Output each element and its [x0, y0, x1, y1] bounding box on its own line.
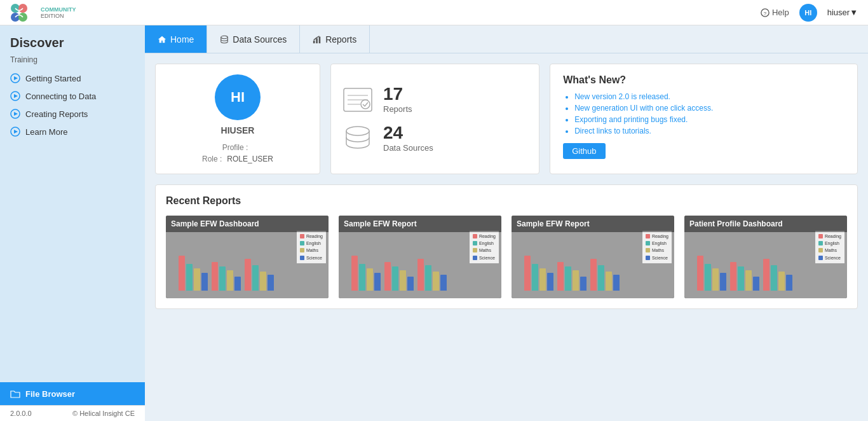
reports-icon	[313, 35, 322, 44]
user-card: HI HIUSER Profile : Role : ROLE_USER	[155, 64, 320, 174]
datasources-stat-row: 24 Data Sources	[341, 124, 529, 153]
chart-legend-3: Reading English Maths Science	[642, 231, 672, 263]
sidebar-title: Discover	[0, 36, 145, 53]
content-area: Home Data Sources Reports	[145, 25, 868, 421]
svg-marker-13	[14, 130, 18, 134]
report-thumb-label-3: Sample EFW Report	[512, 216, 674, 232]
report-thumb-efw-report-2[interactable]: Sample EFW Report	[512, 216, 674, 298]
datasources-label: Data Sources	[383, 143, 433, 153]
app-logo	[10, 3, 36, 22]
chart-legend-4: Reading English Maths Science	[815, 231, 844, 263]
sidebar-item-getting-started[interactable]: Getting Started	[0, 69, 145, 87]
role-value: ROLE_USER	[227, 155, 273, 163]
report-thumb-label-1: Sample EFW Dashboard	[166, 216, 329, 232]
sidebar: Discover Training Getting Started Connec…	[0, 25, 145, 421]
profile-row: Profile :	[166, 143, 309, 152]
sidebar-item-connecting-to-data[interactable]: Connecting to Data	[0, 87, 145, 105]
chart-legend-1: Reading English Maths Science	[297, 231, 326, 263]
tab-reports-label: Reports	[325, 34, 356, 45]
play-icon	[10, 73, 20, 83]
file-browser-link[interactable]: File Browser	[0, 382, 145, 405]
chart-legend-2: Reading English Maths Science	[470, 231, 499, 263]
help-icon: ?	[761, 8, 770, 17]
sidebar-item-learn-more[interactable]: Learn More	[0, 123, 145, 141]
reports-label: Reports	[383, 104, 412, 114]
folder-icon	[10, 389, 20, 399]
svg-marker-7	[14, 76, 18, 80]
tab-home[interactable]: Home	[145, 25, 207, 53]
copyright-label: © Helical Insight CE	[72, 410, 135, 417]
whats-new-item-1: New version 2.0 is released.	[574, 92, 844, 101]
datasources-count: 24	[383, 124, 433, 142]
svg-rect-17	[319, 36, 321, 43]
whats-new-title: What's New?	[563, 74, 844, 86]
whats-new-item-4: Direct links to tutorials.	[574, 127, 844, 135]
top-header: COMMUNITY EDITION ? Help HI hiuser▼	[0, 0, 868, 25]
help-label: Help	[772, 8, 789, 17]
user-menu[interactable]: hiuser▼	[827, 8, 858, 17]
stats-card: 17 Reports 24 Data Sources	[330, 64, 539, 174]
logo-area: COMMUNITY EDITION	[10, 3, 76, 22]
reports-stat-row: 17 Reports	[341, 85, 529, 114]
svg-text:?: ?	[764, 10, 767, 16]
svg-rect-16	[316, 38, 318, 43]
home-icon	[158, 35, 166, 44]
whats-new-item-2: New generation UI with one click access.	[574, 104, 844, 113]
datasources-stat-icon	[341, 125, 374, 153]
data-sources-icon	[220, 35, 229, 44]
sidebar-item-label-getting-started: Getting Started	[25, 74, 81, 83]
report-thumb-efw-dashboard[interactable]: Sample EFW Dashboard	[166, 216, 329, 298]
report-thumb-efw-report-1[interactable]: Sample EFW Report	[339, 216, 501, 298]
bottom-bar: 2.0.0.0 © Helical Insight CE	[0, 405, 145, 421]
recent-reports-card: Recent Reports Sample EFW Dashboard	[155, 184, 858, 309]
svg-rect-15	[313, 40, 315, 43]
sidebar-item-label-creating-reports: Creating Reports	[25, 109, 88, 119]
top-cards: HI HIUSER Profile : Role : ROLE_USER	[155, 64, 858, 174]
svg-marker-11	[14, 112, 18, 116]
help-link[interactable]: ? Help	[761, 8, 789, 17]
svg-point-2	[11, 13, 20, 22]
nav-tabs: Home Data Sources Reports	[145, 25, 868, 53]
header-right: ? Help HI hiuser▼	[761, 4, 858, 22]
play-icon-3	[10, 109, 20, 119]
sidebar-item-creating-reports[interactable]: Creating Reports	[0, 105, 145, 123]
reports-stat-info: 17 Reports	[383, 85, 412, 114]
profile-label: Profile :	[222, 143, 248, 152]
user-avatar-large: HI	[215, 74, 261, 120]
main-content: HI HIUSER Profile : Role : ROLE_USER	[145, 53, 868, 421]
play-icon-4	[10, 127, 20, 137]
recent-reports-title: Recent Reports	[166, 195, 847, 207]
report-thumb-label-4: Patient Profile Dashboard	[684, 216, 847, 232]
play-icon-2	[10, 91, 20, 101]
tab-reports[interactable]: Reports	[300, 25, 370, 53]
svg-point-23	[346, 127, 369, 135]
reports-count: 17	[383, 85, 412, 103]
report-thumb-label-2: Sample EFW Report	[339, 216, 501, 232]
sidebar-item-label-connecting: Connecting to Data	[25, 92, 96, 101]
svg-point-22	[361, 100, 370, 109]
sidebar-item-label-learn-more: Learn More	[25, 127, 67, 137]
role-label: Role :	[202, 155, 222, 163]
svg-point-14	[221, 36, 228, 38]
tab-data-sources[interactable]: Data Sources	[207, 25, 300, 53]
svg-marker-9	[14, 94, 18, 98]
svg-point-0	[11, 4, 20, 13]
file-browser-label: File Browser	[25, 389, 75, 399]
datasources-stat-info: 24 Data Sources	[383, 124, 433, 153]
whats-new-card: What's New? New version 2.0 is released.…	[550, 64, 858, 174]
sidebar-section-label: Training	[0, 53, 145, 69]
tab-data-sources-label: Data Sources	[233, 34, 287, 45]
user-name-display: HIUSER	[221, 125, 255, 135]
reports-grid: Sample EFW Dashboard	[166, 216, 847, 298]
whats-new-list: New version 2.0 is released. New generat…	[563, 92, 844, 135]
edition-label: COMMUNITY EDITION	[41, 6, 76, 19]
user-avatar-small: HI	[799, 4, 817, 22]
report-thumb-patient-profile[interactable]: Patient Profile Dashboard	[684, 216, 847, 298]
github-button[interactable]: Github	[563, 143, 605, 159]
reports-stat-icon	[341, 86, 374, 114]
role-row: Role : ROLE_USER	[166, 155, 309, 163]
version-label: 2.0.0.0	[10, 410, 32, 417]
whats-new-item-3: Exporting and printing bugs fixed.	[574, 115, 844, 124]
tab-home-label: Home	[170, 34, 194, 45]
